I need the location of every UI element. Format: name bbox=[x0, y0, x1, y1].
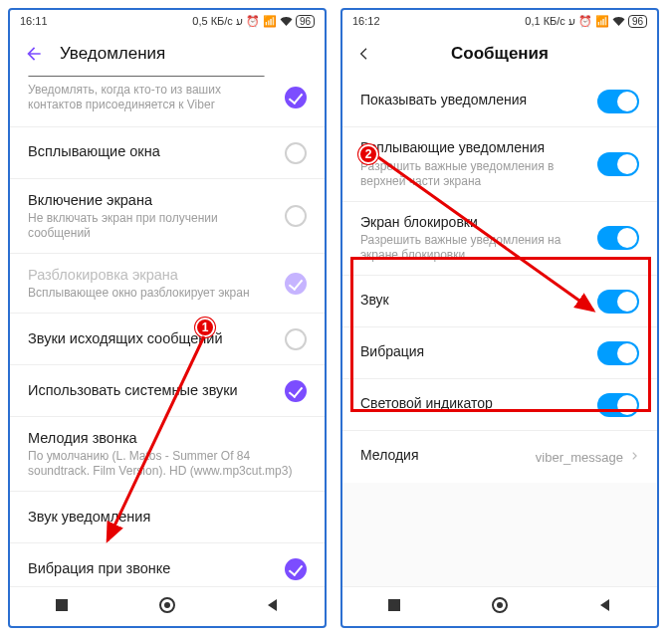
titlebar: Уведомления bbox=[10, 32, 325, 76]
setting-row[interactable]: Всплывающие окна bbox=[10, 127, 325, 179]
toggle-switch[interactable] bbox=[597, 393, 639, 417]
setting-row-sound[interactable]: Звук bbox=[342, 276, 657, 327]
svg-point-2 bbox=[164, 602, 170, 608]
alarm-icon: ⏰ bbox=[578, 15, 592, 28]
svg-point-6 bbox=[497, 602, 503, 608]
bluetooth-icon: ﬠ bbox=[568, 15, 575, 28]
nav-recents-icon[interactable] bbox=[54, 597, 70, 617]
setting-row[interactable]: Использовать системные звуки bbox=[10, 365, 325, 417]
back-button[interactable] bbox=[356, 46, 372, 62]
setting-row: Разблокировка экрана Всплывающее окно ра… bbox=[10, 254, 325, 314]
setting-row[interactable]: Вибрация при звонке bbox=[10, 543, 325, 586]
setting-row[interactable]: Включение экрана Не включать экран при п… bbox=[10, 179, 325, 254]
status-right: 0,5 КБ/с ﬠ ⏰ 📶 96 bbox=[192, 15, 315, 28]
toggle-switch[interactable] bbox=[597, 341, 639, 365]
svg-rect-0 bbox=[56, 599, 68, 611]
settings-list: Уведомлять, когда кто-то из ваших контак… bbox=[10, 76, 325, 586]
setting-row-led[interactable]: Световой индикатор bbox=[342, 379, 657, 431]
setting-row[interactable]: Всплывающие уведомления Разрешить важные… bbox=[342, 127, 657, 202]
toggle-switch[interactable] bbox=[597, 290, 639, 314]
battery-icon: 96 bbox=[628, 15, 647, 28]
checkbox-icon[interactable] bbox=[285, 380, 307, 402]
status-time: 16:11 bbox=[20, 15, 48, 27]
phone-screen-1: 16:11 0,5 КБ/с ﬠ ⏰ 📶 96 Уведомления Увед… bbox=[8, 8, 327, 628]
setting-row-vibration[interactable]: Вибрация bbox=[342, 327, 657, 379]
setting-row-ringtone[interactable]: Мелодия звонка По умолчанию (L. Matos - … bbox=[10, 417, 325, 492]
navigation-bar bbox=[10, 586, 325, 626]
nav-recents-icon[interactable] bbox=[386, 597, 402, 617]
nav-home-icon[interactable] bbox=[491, 596, 509, 618]
setting-row[interactable]: Уведомлять, когда кто-то из ваших контак… bbox=[10, 76, 325, 127]
battery-icon: 96 bbox=[296, 15, 315, 28]
titlebar: Сообщения bbox=[342, 32, 657, 76]
melody-value: viber_message bbox=[536, 450, 623, 465]
checkbox-icon[interactable] bbox=[285, 328, 307, 350]
nav-home-icon[interactable] bbox=[158, 596, 176, 618]
chevron-right-icon bbox=[629, 448, 639, 466]
status-bar: 16:11 0,5 КБ/с ﬠ ⏰ 📶 96 bbox=[10, 10, 325, 32]
settings-list: Показывать уведомления Всплывающие уведо… bbox=[342, 76, 657, 586]
bluetooth-icon: ﬠ bbox=[236, 15, 243, 28]
checkbox-icon bbox=[285, 273, 307, 295]
toggle-switch[interactable] bbox=[597, 226, 639, 250]
setting-row[interactable]: Показывать уведомления bbox=[342, 76, 657, 127]
nav-back-icon[interactable] bbox=[597, 597, 613, 617]
checkbox-icon[interactable] bbox=[285, 205, 307, 227]
alarm-icon: ⏰ bbox=[246, 15, 260, 28]
signal-icon: 📶 bbox=[595, 15, 609, 28]
checkbox-icon[interactable] bbox=[285, 558, 307, 580]
nav-back-icon[interactable] bbox=[265, 597, 281, 617]
back-button[interactable] bbox=[24, 44, 44, 64]
wifi-icon bbox=[280, 16, 293, 26]
setting-row[interactable]: Звуки исходящих сообщений bbox=[10, 314, 325, 365]
setting-row[interactable]: Экран блокировки Разрешить важные уведом… bbox=[342, 202, 657, 277]
phone-screen-2: 16:12 0,1 КБ/с ﬠ ⏰ 📶 96 Сообщения Показы… bbox=[340, 8, 659, 628]
status-time: 16:12 bbox=[352, 15, 380, 27]
checkbox-icon[interactable] bbox=[285, 87, 307, 108]
wifi-icon bbox=[612, 16, 625, 26]
navigation-bar bbox=[342, 586, 657, 626]
page-title: Уведомления bbox=[60, 44, 165, 64]
svg-rect-4 bbox=[388, 599, 400, 611]
status-right: 0,1 КБ/с ﬠ ⏰ 📶 96 bbox=[525, 15, 647, 28]
checkbox-icon[interactable] bbox=[285, 142, 307, 164]
setting-row-notification-sound[interactable]: Звук уведомления bbox=[10, 492, 325, 543]
setting-row-melody[interactable]: Мелодия viber_message bbox=[342, 431, 657, 483]
toggle-switch[interactable] bbox=[597, 90, 639, 113]
toggle-switch[interactable] bbox=[597, 152, 639, 176]
status-bar: 16:12 0,1 КБ/с ﬠ ⏰ 📶 96 bbox=[342, 10, 657, 32]
signal-icon: 📶 bbox=[263, 15, 277, 28]
page-title: Сообщения bbox=[342, 44, 657, 64]
